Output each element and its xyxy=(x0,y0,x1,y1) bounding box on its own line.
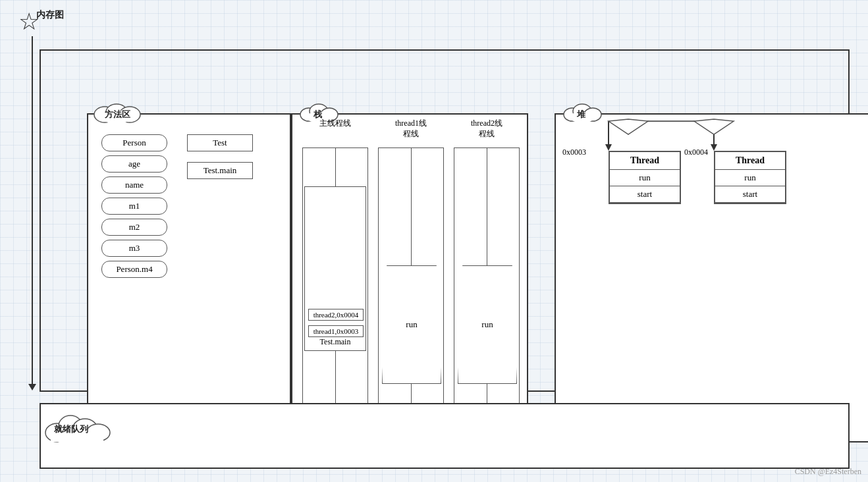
thread2-ref: thread2,0x0004 xyxy=(308,309,364,321)
person-label: Person xyxy=(101,134,167,151)
thread1-obj-start: start xyxy=(610,186,680,203)
test-main-frame: Test.main thread2,0x0004 thread1,0x0003 xyxy=(304,186,366,351)
thread1-ref: thread1,0x0003 xyxy=(308,325,364,337)
addr-0x0004: 0x0004 xyxy=(684,147,708,157)
thread2-obj-start: start xyxy=(715,186,785,203)
thread2-run-frame: run xyxy=(458,265,517,384)
heap-diamond xyxy=(589,118,747,138)
thread1-obj-run: run xyxy=(610,170,680,186)
stack-area: 栈 主线程线 Test.main thread2,0x0004 thread1,… xyxy=(291,113,528,442)
svg-text:就绪队列: 就绪队列 xyxy=(54,424,88,434)
main-thread-lane: 主线程线 Test.main thread2,0x0004 thread1,0x… xyxy=(302,147,368,437)
thread1-heap-obj: Thread run start xyxy=(609,151,681,204)
thread1-run-frame: run xyxy=(382,265,441,384)
thread2-obj-title: Thread xyxy=(715,152,785,170)
svg-text:方法区: 方法区 xyxy=(104,109,130,119)
thread1-label: thread1线程线 xyxy=(379,119,443,139)
ready-queue: 就绪队列 xyxy=(40,403,850,469)
ready-queue-cloud: 就绪队列 xyxy=(44,410,117,449)
svg-marker-19 xyxy=(605,144,612,151)
main-box: 方法区 Person age name m1 m2 m3 Person.m4 T… xyxy=(40,49,850,392)
thread1-lane: thread1线程线 run xyxy=(378,147,444,437)
thread2-heap-obj: Thread run start xyxy=(714,151,786,204)
heap-area: 堆 0x0003 Thread run start 0x0004 Thread … xyxy=(555,113,868,442)
method-area: 方法区 Person age name m1 m2 m3 Person.m4 T… xyxy=(87,113,291,442)
svg-marker-23 xyxy=(609,119,648,134)
method-area-cloud: 方法区 xyxy=(92,103,151,126)
svg-marker-24 xyxy=(694,119,734,134)
svg-marker-21 xyxy=(711,144,717,151)
m1-label: m1 xyxy=(101,198,167,215)
svg-text:栈: 栈 xyxy=(313,109,323,119)
test-column: Test Test.main xyxy=(187,134,253,183)
svg-rect-30 xyxy=(51,433,103,442)
name-label: name xyxy=(101,176,167,194)
test-main-label: Test.main xyxy=(187,162,253,179)
thread2-obj-run: run xyxy=(715,170,785,186)
m2-label: m2 xyxy=(101,219,167,236)
person-column: Person age name m1 m2 m3 Person.m4 xyxy=(101,134,167,282)
age-label: age xyxy=(101,155,167,173)
thread1-obj-title: Thread xyxy=(610,152,680,170)
m3-label: m3 xyxy=(101,240,167,257)
main-thread-label: 主线程线 xyxy=(303,119,367,129)
star-arrow xyxy=(32,36,33,385)
person-m4-label: Person.m4 xyxy=(101,261,167,278)
thread2-lane: thread2线程线 run xyxy=(454,147,520,437)
test-label: Test xyxy=(187,134,253,151)
thread2-label: thread2线程线 xyxy=(454,119,519,139)
memory-label: 内存图 xyxy=(36,9,64,21)
addr-0x0003: 0x0003 xyxy=(562,147,586,157)
